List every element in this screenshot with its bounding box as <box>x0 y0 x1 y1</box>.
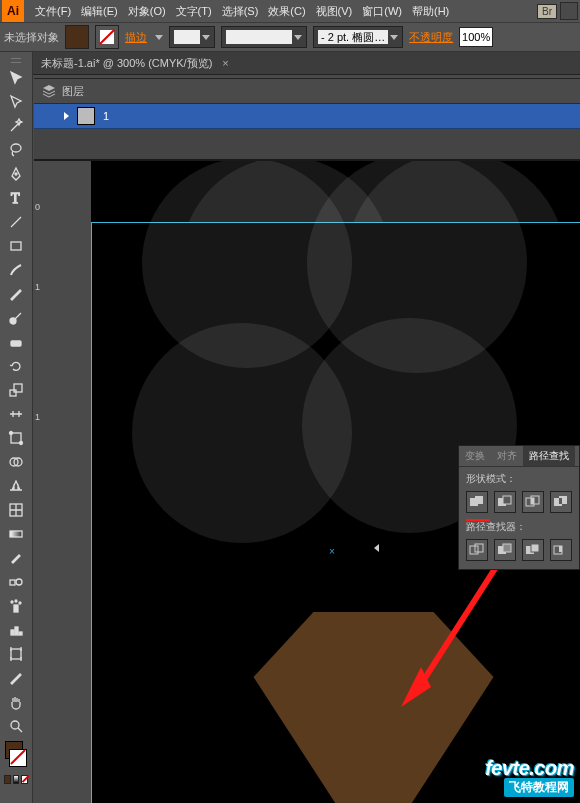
eyedropper-tool[interactable] <box>3 547 29 569</box>
fill-stroke-swatch[interactable] <box>3 739 29 769</box>
menu-edit[interactable]: 编辑(E) <box>76 4 123 19</box>
annotation-arrow <box>391 557 511 719</box>
svg-rect-40 <box>559 498 562 504</box>
type-tool[interactable]: T <box>3 187 29 209</box>
svg-rect-44 <box>503 544 511 552</box>
collapse-arrow-icon[interactable] <box>374 544 379 552</box>
svg-rect-23 <box>15 627 18 635</box>
svg-rect-42 <box>475 544 483 552</box>
watermark: fevte.com 飞特教程网 <box>485 757 574 797</box>
artboard-tool[interactable] <box>3 643 29 665</box>
opacity-value[interactable]: 100% <box>459 27 493 47</box>
divide-button[interactable] <box>466 539 488 561</box>
fill-swatch[interactable] <box>65 25 89 49</box>
merge-button[interactable] <box>522 539 544 561</box>
hand-tool[interactable] <box>3 691 29 713</box>
svg-rect-24 <box>19 632 22 635</box>
blob-brush-tool[interactable] <box>3 307 29 329</box>
svg-point-11 <box>20 442 23 445</box>
expand-triangle-icon[interactable] <box>64 112 69 120</box>
svg-rect-7 <box>10 390 16 396</box>
menu-effect[interactable]: 效果(C) <box>263 4 310 19</box>
menu-select[interactable]: 选择(S) <box>217 4 264 19</box>
eraser-tool[interactable] <box>3 331 29 353</box>
menu-help[interactable]: 帮助(H) <box>407 4 454 19</box>
pathfinder-panel: 变换 对齐 路径查找 形状模式： 路径查找器： <box>458 445 580 570</box>
selection-status: 未选择对象 <box>4 30 59 45</box>
pen-tool[interactable] <box>3 163 29 185</box>
stroke-profile-dropdown[interactable]: - 2 pt. 椭圆… <box>313 26 403 48</box>
toolbox-grip[interactable] <box>11 58 21 63</box>
pencil-tool[interactable] <box>3 283 29 305</box>
crop-button[interactable] <box>550 539 572 561</box>
selection-tool[interactable] <box>3 67 29 89</box>
rectangle-tool[interactable] <box>3 235 29 257</box>
line-tool[interactable] <box>3 211 29 233</box>
bridge-button[interactable]: Br <box>537 4 557 19</box>
free-transform-tool[interactable] <box>3 427 29 449</box>
toolbox: T <box>0 52 33 803</box>
exclude-button[interactable] <box>550 491 572 513</box>
lasso-tool[interactable] <box>3 139 29 161</box>
trim-button[interactable] <box>494 539 516 561</box>
document-tab[interactable]: 未标题-1.ai* @ 300% (CMYK/预览) × <box>33 52 580 75</box>
svg-rect-4 <box>11 242 21 250</box>
opacity-label[interactable]: 不透明度 <box>409 30 453 45</box>
svg-line-3 <box>11 217 21 227</box>
brush-dropdown[interactable] <box>221 26 307 48</box>
unite-button[interactable] <box>466 491 488 513</box>
menu-view[interactable]: 视图(V) <box>311 4 358 19</box>
vertical-ruler: 0 1 1 <box>33 92 52 803</box>
slice-tool[interactable] <box>3 667 29 689</box>
zoom-tool[interactable] <box>3 715 29 737</box>
stroke-weight-dropdown[interactable] <box>169 26 215 48</box>
blend-tool[interactable] <box>3 571 29 593</box>
layers-panel-title: 图层 <box>62 84 84 99</box>
gradient-tool[interactable] <box>3 523 29 545</box>
layer-row[interactable]: 1 <box>34 104 580 129</box>
column-graph-tool[interactable] <box>3 619 29 641</box>
mesh-tool[interactable] <box>3 499 29 521</box>
svg-rect-15 <box>10 531 22 537</box>
minus-front-button[interactable] <box>494 491 516 513</box>
svg-line-27 <box>18 728 22 732</box>
paintbrush-tool[interactable] <box>3 259 29 281</box>
watermark-name: 飞特教程网 <box>504 778 574 797</box>
center-mark-icon: × <box>329 546 335 557</box>
stroke-label[interactable]: 描边 <box>125 30 147 45</box>
svg-rect-41 <box>470 546 478 554</box>
ruler-tick: 0 <box>35 202 40 212</box>
scale-tool[interactable] <box>3 379 29 401</box>
stroke-swatch[interactable] <box>95 25 119 49</box>
svg-line-29 <box>416 567 496 692</box>
magic-wand-tool[interactable] <box>3 115 29 137</box>
svg-point-21 <box>19 602 21 604</box>
app-logo: Ai <box>2 0 24 22</box>
tab-transform[interactable]: 变换 <box>459 446 491 466</box>
aux-button[interactable] <box>560 2 578 20</box>
intersect-button[interactable] <box>522 491 544 513</box>
close-icon[interactable]: × <box>222 57 228 69</box>
svg-rect-8 <box>14 384 22 392</box>
tab-align[interactable]: 对齐 <box>491 446 523 466</box>
svg-point-20 <box>15 600 17 602</box>
menu-object[interactable]: 对象(O) <box>123 4 171 19</box>
rotate-tool[interactable] <box>3 355 29 377</box>
width-tool[interactable] <box>3 403 29 425</box>
menu-file[interactable]: 文件(F) <box>30 4 76 19</box>
svg-rect-6 <box>11 341 21 346</box>
layers-panel-header[interactable]: 图层 <box>34 79 580 104</box>
menu-type[interactable]: 文字(T) <box>171 4 217 19</box>
symbol-sprayer-tool[interactable] <box>3 595 29 617</box>
ruler-tick: 1 <box>35 412 40 422</box>
perspective-grid-tool[interactable] <box>3 475 29 497</box>
shape-builder-tool[interactable] <box>3 451 29 473</box>
document-tab-title: 未标题-1.ai* @ 300% (CMYK/预览) <box>41 56 212 71</box>
menu-window[interactable]: 窗口(W) <box>357 4 407 19</box>
svg-rect-32 <box>475 496 483 504</box>
shape-modes-label: 形状模式： <box>459 467 579 489</box>
tab-pathfinder[interactable]: 路径查找 <box>523 446 575 466</box>
svg-text:T: T <box>11 191 20 206</box>
color-mode-buttons[interactable] <box>3 771 29 787</box>
direct-selection-tool[interactable] <box>3 91 29 113</box>
